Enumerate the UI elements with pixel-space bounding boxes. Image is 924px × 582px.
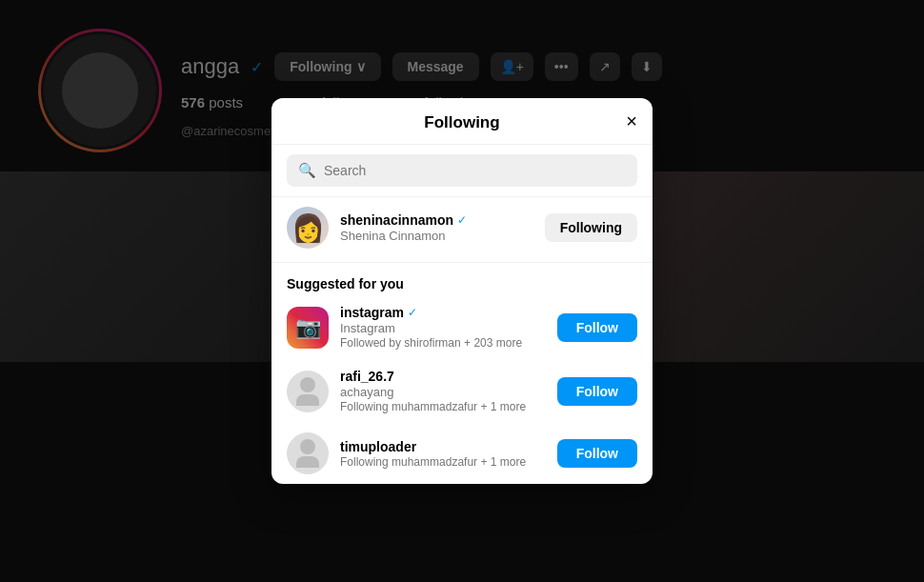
rafi-person-head xyxy=(300,377,315,392)
shenina-user-info: sheninacinnamon ✓ Shenina Cinnamon xyxy=(340,212,533,243)
modal-search-area: 🔍 xyxy=(271,145,653,197)
divider-1 xyxy=(271,262,653,263)
shenina-name-row: sheninacinnamon ✓ xyxy=(340,212,533,228)
timuploader-handle: timuploader xyxy=(340,439,416,454)
rafi-handle: rafi_26.7 xyxy=(340,369,394,384)
instagram-avatar: 📷 xyxy=(287,307,329,349)
rafi-avatar-person xyxy=(296,377,319,406)
instagram-name-row: instagram ✓ xyxy=(340,305,546,320)
modal-header: Following × xyxy=(271,98,653,145)
timuploader-name-row: timuploader xyxy=(340,439,546,454)
modal-title: Following xyxy=(424,113,499,132)
timuploader-avatar xyxy=(287,432,329,474)
rafi-name-row: rafi_26.7 xyxy=(340,369,546,384)
following-item-shenina: 👩 sheninacinnamon ✓ Shenina Cinnamon Fol… xyxy=(271,197,653,258)
instagram-verified-icon: ✓ xyxy=(408,306,417,319)
timuploader-user-info: timuploader Following muhammadzafur + 1 … xyxy=(340,439,546,469)
timuploader-followed-by: Following muhammadzafur + 1 more xyxy=(340,455,546,469)
suggested-section-label: Suggested for you xyxy=(271,267,653,295)
suggestion-item-rafi: rafi_26.7 achayang Following muhammadzaf… xyxy=(271,359,653,423)
rafi-follow-button[interactable]: Follow xyxy=(557,377,637,406)
shenina-avatar: 👩 xyxy=(287,207,329,249)
modal-overlay: Following × 🔍 👩 sheninacinnamon ✓ xyxy=(0,0,924,582)
suggestion-item-timuploader: timuploader Following muhammadzafur + 1 … xyxy=(271,423,653,484)
search-icon: 🔍 xyxy=(298,162,316,179)
timuploader-person-head xyxy=(300,439,315,454)
shenina-verified-icon: ✓ xyxy=(457,213,467,227)
suggestion-item-instagram: 📷 instagram ✓ Instagram Followed by shir… xyxy=(271,295,653,359)
rafi-user-info: rafi_26.7 achayang Following muhammadzaf… xyxy=(340,369,546,413)
rafi-followed-by: Following muhammadzafur + 1 more xyxy=(340,400,546,413)
instagram-follow-button[interactable]: Follow xyxy=(557,313,637,342)
instagram-handle: instagram xyxy=(340,305,404,320)
rafi-display-name: achayang xyxy=(340,385,546,399)
shenina-following-button[interactable]: Following xyxy=(545,213,637,242)
rafi-person-body xyxy=(296,394,319,406)
timuploader-follow-button[interactable]: Follow xyxy=(557,439,637,468)
rafi-avatar xyxy=(287,371,329,412)
shenina-display-name: Shenina Cinnamon xyxy=(340,229,533,243)
modal-close-button[interactable]: × xyxy=(626,111,637,130)
shenina-handle: sheninacinnamon xyxy=(340,212,453,228)
instagram-display-name: Instagram xyxy=(340,321,546,335)
timuploader-avatar-person xyxy=(296,439,319,468)
instagram-followed-by: Followed by shirofirman + 203 more xyxy=(340,336,546,350)
instagram-user-info: instagram ✓ Instagram Followed by shirof… xyxy=(340,305,546,350)
search-input[interactable] xyxy=(324,163,626,178)
instagram-camera-icon: 📷 xyxy=(295,315,321,340)
search-input-wrap: 🔍 xyxy=(287,154,637,187)
timuploader-person-body xyxy=(296,456,319,468)
modal-body: 👩 sheninacinnamon ✓ Shenina Cinnamon Fol… xyxy=(271,197,653,484)
following-modal: Following × 🔍 👩 sheninacinnamon ✓ xyxy=(271,98,653,484)
